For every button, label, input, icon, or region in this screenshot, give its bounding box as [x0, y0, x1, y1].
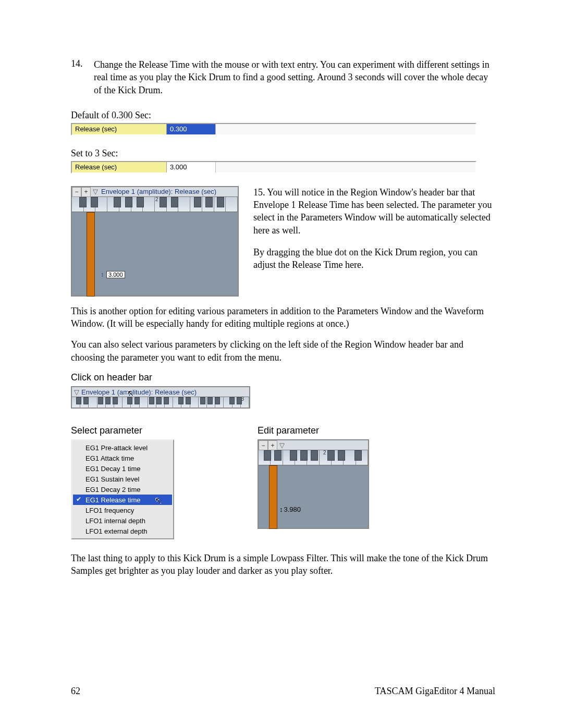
body-para-2: This is another option for editing vario…: [71, 305, 495, 330]
region-window-small: − + ▽ 2 ↕ 3.980: [258, 439, 369, 529]
step-number: 14.: [71, 58, 94, 96]
region-body[interactable]: ↕ 3.000: [72, 212, 238, 295]
param-row-set: Release (sec) 3.000: [71, 161, 476, 174]
menu-item-label: EG1 Sustain level: [85, 475, 139, 483]
octave-tick: 2: [323, 450, 326, 455]
heading-select-param: Select parameter: [71, 425, 174, 436]
heading-click-header: Click on header bar: [71, 372, 495, 383]
region-header[interactable]: − + ▽ Envelope 1 (amplitude): Release (s…: [72, 187, 238, 197]
region-header[interactable]: − + ▽: [259, 440, 368, 450]
step-15-p2: By dragging the blue dot on the Kick Dru…: [253, 246, 495, 272]
param-value-input[interactable]: 3.000: [167, 162, 216, 172]
menu-item-label: LFO1 internal depth: [85, 517, 145, 525]
menu-item-label: EG1 Decay 1 time: [85, 465, 141, 473]
keyboard-strip: 2: [259, 450, 368, 465]
updown-arrow-icon[interactable]: ↕: [99, 270, 105, 279]
cursor-icon: ↖: [155, 496, 162, 505]
step-14: 14. Change the Release Time with the mou…: [71, 58, 495, 96]
menu-item-label: LFO1 frequency: [85, 507, 134, 514]
menu-item[interactable]: LFO1 internal depth: [73, 515, 172, 526]
dropdown-icon[interactable]: ▽: [72, 387, 81, 397]
param-row-filler: [216, 124, 475, 134]
menu-item[interactable]: EG1 Sustain level: [73, 474, 172, 484]
region-window: − + ▽ Envelope 1 (amplitude): Release (s…: [71, 186, 239, 297]
region-bar[interactable]: [269, 465, 277, 529]
octave-tick: 3: [241, 396, 244, 402]
body-para-3: You can also select various parameters b…: [71, 338, 495, 364]
keyboard-strip: 3: [72, 397, 249, 408]
plus-button[interactable]: +: [268, 440, 277, 450]
keyboard-strip: 2: [72, 197, 238, 212]
region-body[interactable]: ↕ 3.980: [259, 465, 368, 528]
menu-item[interactable]: EG1 Attack time: [73, 453, 172, 463]
step-15-p1: 15. You will notice in the Region Window…: [253, 186, 495, 237]
param-row-filler: [216, 162, 475, 172]
parameter-menu[interactable]: EG1 Pre-attack levelEG1 Attack timeEG1 D…: [71, 439, 174, 539]
default-label: Default of 0.300 Sec:: [71, 110, 495, 121]
menu-item[interactable]: ✔↖EG1 Release time: [73, 495, 172, 505]
page-number: 62: [71, 686, 80, 697]
region-header-title: Envelope 1 (amplitude): Release (sec): [100, 187, 238, 196]
menu-item-label: EG1 Release time: [85, 496, 141, 504]
clickbar-figure: ▽ Envelope 1 (amplitude): Release (sec) …: [71, 386, 250, 409]
dropdown-icon[interactable]: ▽: [277, 440, 287, 450]
param-value-input[interactable]: 0.300: [167, 124, 216, 134]
clickbar-title: Envelope 1 (amplitude): Release (sec) ↖: [81, 387, 249, 397]
octave-tick: 2: [155, 196, 158, 202]
updown-arrow-icon[interactable]: ↕: [279, 505, 283, 513]
minus-button[interactable]: −: [259, 440, 268, 450]
menu-item[interactable]: EG1 Decay 1 time: [73, 463, 172, 474]
menu-item-label: EG1 Attack time: [85, 454, 134, 462]
heading-edit-param: Edit parameter: [258, 425, 369, 436]
step-text: Change the Release Time with the mouse o…: [94, 58, 495, 96]
page-footer: 62 TASCAM GigaEditor 4 Manual: [71, 686, 495, 697]
check-icon: ✔: [76, 496, 81, 503]
region-value: 3.000: [106, 271, 125, 278]
menu-item-label: LFO1 external depth: [85, 527, 148, 535]
plus-button[interactable]: +: [81, 187, 91, 197]
region-value-label: ↕ 3.980: [279, 505, 301, 513]
clickbar-header[interactable]: ▽ Envelope 1 (amplitude): Release (sec) …: [72, 387, 249, 397]
menu-item-label: EG1 Decay 2 time: [85, 486, 141, 493]
region-value-label: ↕ 3.000: [99, 270, 125, 279]
region-value: 3.980: [284, 505, 301, 513]
dropdown-icon[interactable]: ▽: [91, 187, 100, 196]
set-label: Set to 3 Sec:: [71, 148, 495, 159]
param-row-default: Release (sec) 0.300: [71, 123, 476, 135]
body-para-4: The last thing to apply to this Kick Dru…: [71, 552, 495, 577]
manual-title: TASCAM GigaEditor 4 Manual: [375, 686, 495, 697]
menu-item[interactable]: EG1 Pre-attack level: [73, 442, 172, 453]
menu-item[interactable]: LFO1 frequency: [73, 505, 172, 515]
param-name: Release (sec): [72, 124, 167, 134]
menu-item-label: EG1 Pre-attack level: [85, 444, 148, 452]
region-bar[interactable]: [87, 212, 95, 297]
menu-item[interactable]: LFO1 external depth: [73, 526, 172, 536]
menu-item[interactable]: EG1 Decay 2 time: [73, 484, 172, 495]
clickbar-title-text: Envelope 1 (amplitude): Release (sec): [81, 388, 197, 396]
param-name: Release (sec): [72, 162, 167, 172]
minus-button[interactable]: −: [72, 187, 81, 197]
